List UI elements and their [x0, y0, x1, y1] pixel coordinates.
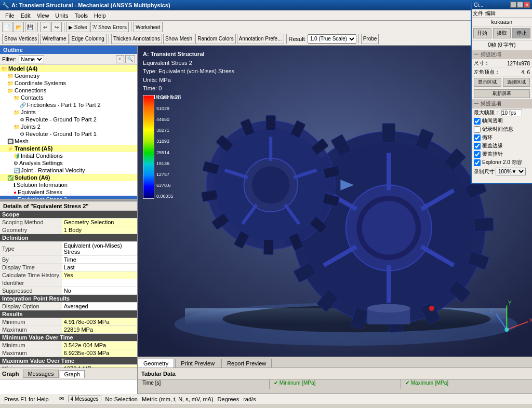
- redo-button[interactable]: ↪: [51, 22, 62, 32]
- tree-item-joints[interactable]: 📁 Joints: [0, 108, 137, 116]
- rp-stop-button[interactable]: 停止: [512, 28, 530, 38]
- rp-loop-checkbox[interactable]: [474, 134, 481, 141]
- rp-explorer-checkbox[interactable]: [474, 159, 481, 166]
- rp-menu-file[interactable]: 文件: [473, 10, 483, 17]
- rp-capture-section: 一 捕提区域: [472, 50, 532, 59]
- tree-item-label: Mesh: [15, 138, 29, 144]
- menu-help[interactable]: Help: [91, 12, 109, 19]
- rp-record-log-row: 记录时间信息: [472, 125, 532, 133]
- rp-fps-row: 最大帧频：: [472, 108, 532, 117]
- min-ot-min-label: Minimum: [0, 342, 62, 349]
- rp-loop-label: 循环: [482, 134, 493, 141]
- contacts-icon: 📁: [14, 95, 20, 101]
- tree-item-connections[interactable]: 📁 Connections: [0, 87, 137, 94]
- open-button[interactable]: 📂: [14, 22, 24, 32]
- rp-transparency-checkbox[interactable]: [474, 118, 481, 125]
- tree-item-eq-stress[interactable]: ● Equivalent Stress: [0, 188, 137, 196]
- details-panel: Details of "Equivalent Stress 2" Scope S…: [0, 201, 137, 368]
- result-label: Result: [289, 36, 305, 42]
- menu-edit[interactable]: Edit: [18, 12, 34, 19]
- selection-status: No Selection: [105, 396, 138, 402]
- tree-item-revolute1[interactable]: ⚙ Revolute - Ground To Part 2: [0, 116, 137, 123]
- cb-val-6: 19136: [156, 161, 180, 166]
- tree-item-rotvel[interactable]: 🔄 Joint - Rotational Velocity: [0, 167, 137, 174]
- rp-show-area-btn[interactable]: 显示区域: [474, 78, 501, 87]
- tab-print-preview[interactable]: Print Preview: [175, 359, 220, 368]
- tree-item-sol-info[interactable]: ℹ Solution Information: [0, 181, 137, 188]
- min-ot-max-value: 6.9235e-003 MPa: [62, 349, 137, 357]
- menu-units[interactable]: Units: [52, 12, 71, 19]
- rp-close[interactable]: ✕: [524, 2, 530, 8]
- menu-file[interactable]: File: [2, 12, 18, 19]
- filter-label: Filter:: [2, 56, 17, 62]
- tree-item-mesh[interactable]: 🔲 Mesh: [0, 138, 137, 145]
- rp-recording-size-select[interactable]: 100%▼: [496, 168, 526, 175]
- rp-select-area-btn[interactable]: 选择区域: [503, 78, 530, 87]
- filter-select[interactable]: Name: [19, 55, 44, 63]
- display-option-label: Display Option: [0, 303, 62, 310]
- show-vertices-button[interactable]: Show Vertices: [2, 34, 39, 44]
- rotvel-icon: 🔄: [14, 168, 20, 173]
- tree-item-label: Equivalent Stress: [18, 189, 62, 195]
- rp-record-log-checkbox[interactable]: [474, 126, 481, 133]
- tree-item-joints2[interactable]: 📁 Joints 2: [0, 123, 137, 130]
- type-label: Type: [0, 242, 62, 256]
- tree-item-eq-stress2[interactable]: ● Equivalent Stress 2: [0, 196, 137, 199]
- rp-cover-pointer-label: 覆盖指针: [482, 151, 503, 158]
- tab-report-preview[interactable]: Report Preview: [221, 359, 272, 368]
- wireframe-button[interactable]: Wireframe: [40, 34, 68, 44]
- graph-label: Graph: [2, 371, 19, 377]
- rp-cover-pointer-checkbox[interactable]: [474, 151, 481, 158]
- tree-item-geometry[interactable]: 📁 Geometry: [0, 72, 137, 79]
- tree-item-analysis[interactable]: ⚙ Analysis Settings: [0, 159, 137, 167]
- rp-maximize[interactable]: □: [517, 2, 523, 8]
- tree-item-model[interactable]: 📁 Model (A4): [0, 65, 137, 72]
- tree-item-contacts[interactable]: 📁 Contacts: [0, 94, 137, 101]
- save-button[interactable]: 💾: [25, 22, 35, 32]
- status-bar: Press F1 for Help ✉ 4 Messages No Select…: [0, 393, 532, 404]
- tree-item-coordsys[interactable]: 📁 Coordinate Systems: [0, 79, 137, 87]
- annotation-pref-button[interactable]: Annotation Prefe...: [237, 34, 284, 44]
- menu-tools[interactable]: Tools: [71, 12, 91, 19]
- menu-view[interactable]: View: [34, 12, 52, 19]
- tree-item-frictionless[interactable]: 🔗 Frictionless - Part 1 To Part 2: [0, 101, 137, 108]
- tree-area: 📁 Model (A4) 📁 Geometry 📁 Coordinate Sys…: [0, 65, 137, 199]
- thicken-annotations-button[interactable]: Thicken Annotations: [111, 34, 162, 44]
- edge-coloring-button[interactable]: Edge Coloring: [70, 34, 107, 44]
- svg-point-35: [252, 166, 289, 203]
- show-errors-button[interactable]: ?/ Show Errors: [90, 22, 129, 32]
- random-colors-button[interactable]: Random Colors: [195, 34, 235, 44]
- outline-search-button[interactable]: 🔍: [125, 55, 135, 63]
- rp-menu-edit[interactable]: 编辑: [485, 10, 496, 17]
- probe-button[interactable]: Probe: [361, 34, 379, 44]
- svg-text:Y: Y: [508, 300, 512, 306]
- rp-start-button[interactable]: 开始: [473, 28, 491, 38]
- outline-add-button[interactable]: +: [116, 55, 124, 63]
- undo-button[interactable]: ↩: [40, 22, 50, 32]
- rp-cover-edge-checkbox[interactable]: [474, 143, 481, 149]
- scope-section: Scope: [0, 211, 137, 219]
- worksheet-button[interactable]: Worksheet: [134, 22, 163, 32]
- tab-geometry[interactable]: Geometry: [138, 359, 174, 368]
- rp-minimize[interactable]: _: [510, 2, 516, 8]
- tree-item-revolute2[interactable]: ⚙ Revolute - Ground To Part 1: [0, 130, 137, 138]
- type-value: Equivalent (von-Mises) Stress: [62, 242, 137, 256]
- tree-item-initial[interactable]: 🔰 Initial Conditions: [0, 152, 137, 159]
- tree-item-transient[interactable]: ⚡ Transient (A5): [0, 145, 137, 152]
- show-mesh-button[interactable]: Show Mesh: [163, 34, 194, 44]
- svg-text:X: X: [529, 317, 532, 323]
- cb-val-3: 38271: [156, 128, 180, 133]
- tab-messages[interactable]: Messages: [23, 370, 58, 378]
- rp-refresh-btn[interactable]: 刷新屏幕: [474, 89, 530, 98]
- new-button[interactable]: 📄: [2, 22, 12, 32]
- random-colors-label: Random Colors: [197, 36, 233, 42]
- rp-capture-button[interactable]: 摄取: [493, 28, 511, 38]
- rp-control-buttons: 开始 摄取 停止: [472, 26, 532, 40]
- details-table: Scope Scoping MethodGeometry Selection G…: [0, 211, 137, 368]
- solve-button[interactable]: ▶ Solve: [66, 22, 89, 32]
- result-select[interactable]: 1.0 (True Scale): [308, 34, 356, 44]
- rp-size-row: 尺寸： 1274x978: [472, 59, 532, 68]
- rp-fps-input[interactable]: [501, 110, 522, 116]
- tree-item-solution[interactable]: ✅ Solution (A6): [0, 174, 137, 181]
- tab-graph[interactable]: Graph: [60, 370, 85, 378]
